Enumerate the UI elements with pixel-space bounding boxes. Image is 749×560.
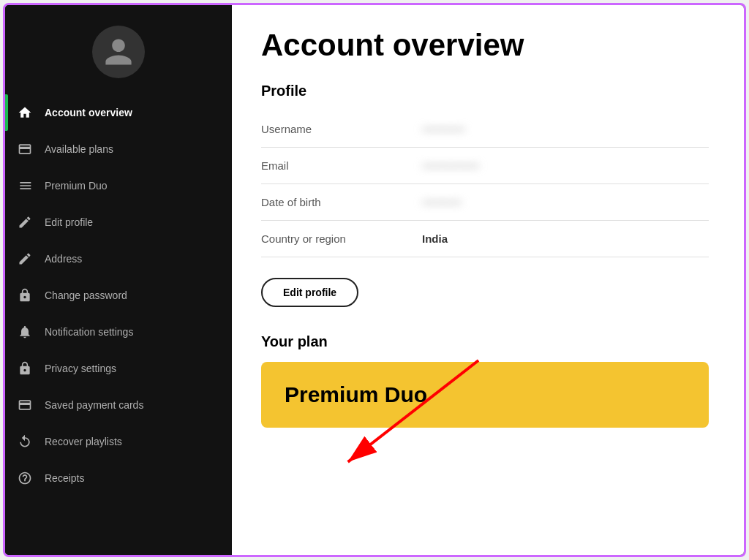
main-content: Account overview Profile Username ••••••… [232,5,744,555]
table-row-country: Country or region India [261,221,709,257]
table-row-username: Username •••••••••••• [261,111,709,148]
sidebar-item-account-overview[interactable]: Account overview [5,94,232,131]
email-value: •••••••••••••••• [422,148,709,184]
user-icon [102,36,135,68]
plan-name: Premium Duo [285,382,685,407]
sidebar-label-notification-settings: Notification settings [45,326,133,338]
sidebar-label-receipts: Receipts [45,472,84,484]
sidebar: Account overview Available plans Premium… [5,5,232,555]
sidebar-item-saved-payment-cards[interactable]: Saved payment cards [5,387,232,423]
sidebar-item-receipts[interactable]: Receipts [5,460,232,496]
sidebar-item-available-plans[interactable]: Available plans [5,131,232,167]
sidebar-label-premium-duo: Premium Duo [45,180,108,192]
profile-section-title: Profile [261,83,709,99]
table-row-dob: Date of birth ••••••••••• [261,184,709,221]
sidebar-item-change-password[interactable]: Change password [5,277,232,314]
sidebar-label-privacy-settings: Privacy settings [45,363,116,374]
sidebar-label-recover-playlists: Recover playlists [45,436,122,447]
sidebar-label-saved-payment-cards: Saved payment cards [45,399,143,411]
table-row-email: Email •••••••••••••••• [261,148,709,184]
address-icon [17,251,33,267]
country-label: Country or region [261,221,422,257]
email-label: Email [261,148,422,184]
home-icon [17,105,33,121]
sidebar-item-recover-playlists[interactable]: Recover playlists [5,423,232,460]
privacy-lock-icon [17,360,33,377]
app-container: Account overview Available plans Premium… [3,3,746,557]
plan-card: Premium Duo [261,362,709,428]
sidebar-label-available-plans: Available plans [45,143,113,155]
sidebar-item-edit-profile[interactable]: Edit profile [5,204,232,241]
username-value: •••••••••••• [422,111,709,148]
recover-icon [17,434,33,450]
card-icon [17,141,33,157]
sidebar-label-change-password: Change password [45,290,127,301]
sidebar-label-account-overview: Account overview [45,107,132,118]
edit-profile-button[interactable]: Edit profile [261,278,358,307]
sidebar-navigation: Account overview Available plans Premium… [5,91,232,496]
avatar-area [5,5,232,91]
sidebar-item-premium-duo[interactable]: Premium Duo [5,167,232,204]
bell-icon [17,324,33,340]
country-value: India [422,221,709,257]
payment-card-icon [17,397,33,413]
avatar [92,26,145,78]
sidebar-item-privacy-settings[interactable]: Privacy settings [5,350,232,387]
lock-icon [17,287,33,303]
username-label: Username [261,111,422,148]
your-plan-title: Your plan [261,333,709,350]
profile-table: Username •••••••••••• Email ••••••••••••… [261,111,709,257]
receipt-icon [17,470,33,486]
page-title: Account overview [261,29,709,62]
sidebar-label-address: Address [45,253,82,265]
pencil-icon [17,214,33,230]
dob-value: ••••••••••• [422,184,709,221]
duo-icon [17,178,33,194]
sidebar-label-edit-profile: Edit profile [45,216,93,228]
sidebar-item-address[interactable]: Address [5,241,232,277]
sidebar-item-notification-settings[interactable]: Notification settings [5,314,232,350]
dob-label: Date of birth [261,184,422,221]
